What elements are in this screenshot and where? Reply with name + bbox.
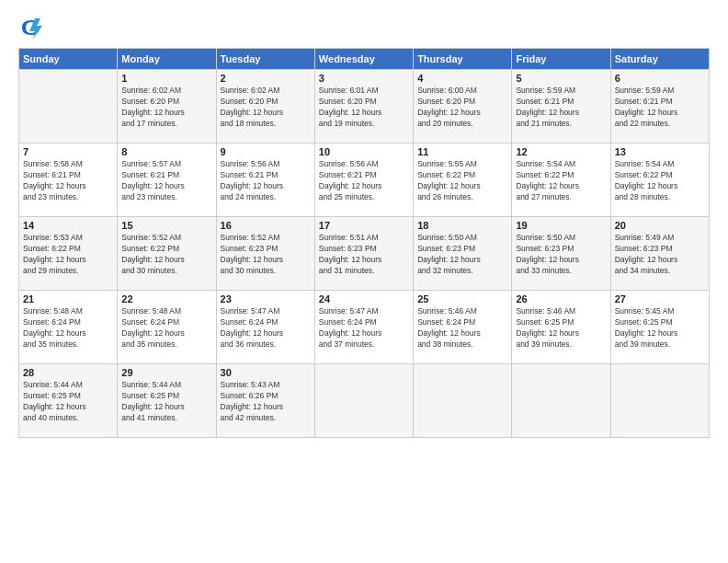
calendar-cell: 11Sunrise: 5:55 AM Sunset: 6:22 PM Dayli… — [414, 144, 512, 217]
day-number: 20 — [615, 220, 705, 231]
calendar-week-row: 14Sunrise: 5:53 AM Sunset: 6:22 PM Dayli… — [19, 217, 710, 291]
calendar-cell: 23Sunrise: 5:47 AM Sunset: 6:24 PM Dayli… — [216, 291, 314, 364]
day-number: 12 — [516, 146, 606, 157]
day-number: 27 — [615, 293, 705, 304]
day-number: 9 — [221, 146, 311, 157]
weekday-header: Sunday — [19, 49, 118, 70]
calendar-cell — [414, 364, 512, 438]
day-number: 6 — [615, 73, 705, 84]
day-info: Sunrise: 5:56 AM Sunset: 6:21 PM Dayligh… — [319, 159, 409, 203]
day-number: 1 — [121, 73, 211, 84]
day-number: 25 — [417, 293, 507, 304]
calendar-week-row: 21Sunrise: 5:48 AM Sunset: 6:24 PM Dayli… — [19, 291, 710, 364]
day-info: Sunrise: 5:44 AM Sunset: 6:25 PM Dayligh… — [121, 380, 211, 424]
day-number: 5 — [516, 73, 606, 84]
calendar-table: SundayMondayTuesdayWednesdayThursdayFrid… — [18, 48, 710, 438]
calendar-cell: 25Sunrise: 5:46 AM Sunset: 6:24 PM Dayli… — [414, 291, 512, 364]
calendar-cell: 20Sunrise: 5:49 AM Sunset: 6:23 PM Dayli… — [610, 217, 709, 291]
day-info: Sunrise: 5:59 AM Sunset: 6:21 PM Dayligh… — [615, 86, 705, 130]
calendar-week-row: 7Sunrise: 5:58 AM Sunset: 6:21 PM Daylig… — [19, 144, 710, 217]
day-info: Sunrise: 5:51 AM Sunset: 6:23 PM Dayligh… — [319, 233, 409, 277]
calendar-week-row: 28Sunrise: 5:44 AM Sunset: 6:25 PM Dayli… — [19, 364, 710, 438]
day-info: Sunrise: 5:52 AM Sunset: 6:22 PM Dayligh… — [121, 233, 211, 277]
calendar-cell: 12Sunrise: 5:54 AM Sunset: 6:22 PM Dayli… — [512, 144, 610, 217]
day-number: 29 — [121, 367, 211, 378]
day-number: 2 — [221, 73, 311, 84]
day-number: 13 — [615, 146, 705, 157]
day-info: Sunrise: 5:54 AM Sunset: 6:22 PM Dayligh… — [516, 159, 606, 203]
calendar-cell: 26Sunrise: 5:46 AM Sunset: 6:25 PM Dayli… — [512, 291, 610, 364]
header-row: SundayMondayTuesdayWednesdayThursdayFrid… — [19, 49, 710, 70]
calendar-cell: 9Sunrise: 5:56 AM Sunset: 6:21 PM Daylig… — [216, 144, 314, 217]
page-container: SundayMondayTuesdayWednesdayThursdayFrid… — [0, 0, 728, 563]
day-number: 23 — [221, 293, 311, 304]
day-info: Sunrise: 5:45 AM Sunset: 6:25 PM Dayligh… — [615, 306, 705, 350]
calendar-cell: 8Sunrise: 5:57 AM Sunset: 6:21 PM Daylig… — [118, 144, 216, 217]
day-number: 8 — [121, 146, 211, 157]
day-info: Sunrise: 5:47 AM Sunset: 6:24 PM Dayligh… — [319, 306, 409, 350]
calendar-cell: 30Sunrise: 5:43 AM Sunset: 6:26 PM Dayli… — [216, 364, 314, 438]
calendar-cell — [314, 364, 413, 438]
day-number: 18 — [417, 220, 507, 231]
day-number: 26 — [516, 293, 606, 304]
day-info: Sunrise: 5:53 AM Sunset: 6:22 PM Dayligh… — [23, 233, 113, 277]
day-number: 24 — [319, 293, 409, 304]
day-info: Sunrise: 6:02 AM Sunset: 6:20 PM Dayligh… — [221, 86, 311, 130]
weekday-header: Monday — [118, 49, 216, 70]
calendar-cell — [610, 364, 709, 438]
day-number: 7 — [23, 146, 113, 157]
calendar-cell: 29Sunrise: 5:44 AM Sunset: 6:25 PM Dayli… — [118, 364, 216, 438]
day-number: 10 — [319, 146, 409, 157]
day-number: 28 — [23, 367, 113, 378]
day-info: Sunrise: 6:00 AM Sunset: 6:20 PM Dayligh… — [417, 86, 507, 130]
day-info: Sunrise: 5:50 AM Sunset: 6:23 PM Dayligh… — [516, 233, 606, 277]
calendar-cell: 4Sunrise: 6:00 AM Sunset: 6:20 PM Daylig… — [414, 70, 512, 144]
day-number: 4 — [417, 73, 507, 84]
day-number: 22 — [121, 293, 211, 304]
weekday-header: Thursday — [414, 49, 512, 70]
calendar-cell: 2Sunrise: 6:02 AM Sunset: 6:20 PM Daylig… — [216, 70, 314, 144]
calendar-cell: 13Sunrise: 5:54 AM Sunset: 6:22 PM Dayli… — [610, 144, 709, 217]
logo-icon — [18, 15, 44, 40]
day-info: Sunrise: 5:56 AM Sunset: 6:21 PM Dayligh… — [221, 159, 311, 203]
calendar-cell: 7Sunrise: 5:58 AM Sunset: 6:21 PM Daylig… — [19, 144, 118, 217]
header — [18, 15, 710, 40]
weekday-header: Friday — [512, 49, 610, 70]
day-number: 16 — [221, 220, 311, 231]
calendar-cell: 14Sunrise: 5:53 AM Sunset: 6:22 PM Dayli… — [19, 217, 118, 291]
day-info: Sunrise: 5:43 AM Sunset: 6:26 PM Dayligh… — [221, 380, 311, 424]
calendar-cell: 10Sunrise: 5:56 AM Sunset: 6:21 PM Dayli… — [314, 144, 413, 217]
day-info: Sunrise: 5:48 AM Sunset: 6:24 PM Dayligh… — [23, 306, 113, 350]
day-number: 15 — [121, 220, 211, 231]
day-number: 3 — [319, 73, 409, 84]
day-info: Sunrise: 6:02 AM Sunset: 6:20 PM Dayligh… — [121, 86, 211, 130]
calendar-cell: 24Sunrise: 5:47 AM Sunset: 6:24 PM Dayli… — [314, 291, 413, 364]
calendar-cell: 19Sunrise: 5:50 AM Sunset: 6:23 PM Dayli… — [512, 217, 610, 291]
calendar-cell: 18Sunrise: 5:50 AM Sunset: 6:23 PM Dayli… — [414, 217, 512, 291]
calendar-cell: 21Sunrise: 5:48 AM Sunset: 6:24 PM Dayli… — [19, 291, 118, 364]
day-number: 21 — [23, 293, 113, 304]
day-info: Sunrise: 5:59 AM Sunset: 6:21 PM Dayligh… — [516, 86, 606, 130]
weekday-header: Wednesday — [314, 49, 413, 70]
logo — [18, 15, 48, 40]
day-info: Sunrise: 5:47 AM Sunset: 6:24 PM Dayligh… — [221, 306, 311, 350]
calendar-cell: 3Sunrise: 6:01 AM Sunset: 6:20 PM Daylig… — [314, 70, 413, 144]
calendar-cell: 5Sunrise: 5:59 AM Sunset: 6:21 PM Daylig… — [512, 70, 610, 144]
calendar-cell: 17Sunrise: 5:51 AM Sunset: 6:23 PM Dayli… — [314, 217, 413, 291]
day-info: Sunrise: 5:49 AM Sunset: 6:23 PM Dayligh… — [615, 233, 705, 277]
day-info: Sunrise: 5:57 AM Sunset: 6:21 PM Dayligh… — [121, 159, 211, 203]
day-number: 14 — [23, 220, 113, 231]
day-info: Sunrise: 5:55 AM Sunset: 6:22 PM Dayligh… — [417, 159, 507, 203]
day-number: 19 — [516, 220, 606, 231]
day-info: Sunrise: 5:46 AM Sunset: 6:24 PM Dayligh… — [417, 306, 507, 350]
day-info: Sunrise: 5:48 AM Sunset: 6:24 PM Dayligh… — [121, 306, 211, 350]
day-number: 30 — [221, 367, 311, 378]
day-info: Sunrise: 5:50 AM Sunset: 6:23 PM Dayligh… — [417, 233, 507, 277]
day-number: 17 — [319, 220, 409, 231]
calendar-cell — [512, 364, 610, 438]
day-info: Sunrise: 5:58 AM Sunset: 6:21 PM Dayligh… — [23, 159, 113, 203]
calendar-cell: 15Sunrise: 5:52 AM Sunset: 6:22 PM Dayli… — [118, 217, 216, 291]
calendar-week-row: 1Sunrise: 6:02 AM Sunset: 6:20 PM Daylig… — [19, 70, 710, 144]
day-info: Sunrise: 5:46 AM Sunset: 6:25 PM Dayligh… — [516, 306, 606, 350]
day-info: Sunrise: 6:01 AM Sunset: 6:20 PM Dayligh… — [319, 86, 409, 130]
